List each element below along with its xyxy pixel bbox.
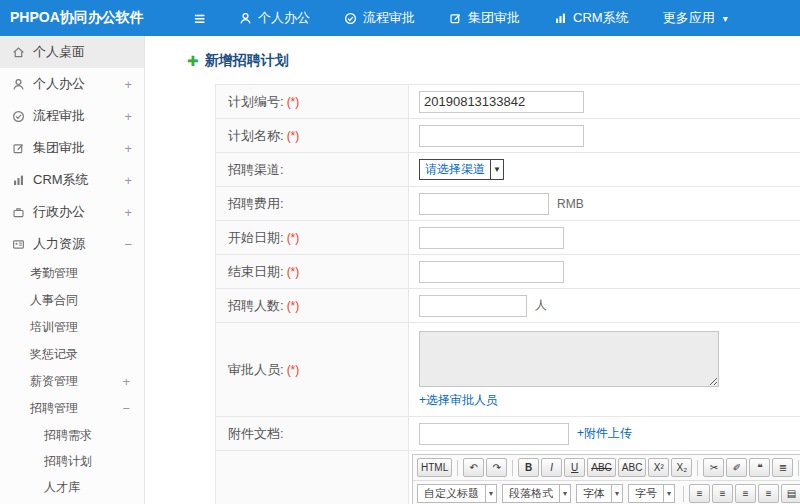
topnav-label: CRM系统 [573,9,629,27]
underline-button[interactable]: U [564,458,585,477]
recruit-plan-form: 计划编号: (*) 计划名称: (*) 招聘渠道: 请选择渠道 [215,84,800,504]
plan-name-input[interactable] [419,125,584,147]
toolbar-separator [683,486,684,502]
list-icon[interactable]: ≣ [772,458,793,477]
paragraph-select-value: 段落格式 [503,485,559,502]
format-brush-icon[interactable]: ✐ [726,458,747,477]
spellcheck-button[interactable]: ABC [618,458,647,477]
sidebar-item-training[interactable]: 培训管理 [0,314,144,341]
sidebar-item-group-approval[interactable]: 集团审批 + [0,132,144,164]
collapse-toggle[interactable]: − [122,401,130,416]
topnav-label: 更多应用 [663,9,715,27]
form-row-plan-no: 计划编号: (*) [216,85,800,119]
sidebar-subitem-label: 招聘需求 [44,427,92,444]
end-date-input[interactable] [419,261,564,283]
page-title-text: 新增招聘计划 [205,52,289,70]
expand-toggle[interactable]: + [122,374,130,389]
sidebar-item-attendance[interactable]: 考勤管理 [0,260,144,287]
required-mark: (*) [287,95,300,109]
font-family-select-value: 字体 [577,485,611,502]
plan-number-input[interactable] [419,91,584,113]
sidebar-item-workflow-approval[interactable]: 流程审批 + [0,100,144,132]
expand-toggle[interactable]: + [124,77,132,92]
channel-select-value: 请选择渠道 [420,160,490,179]
sidebar-item-label: CRM系统 [33,171,89,189]
form-row-approver: 审批人员: (*) +选择审批人员 [216,323,800,417]
topnav-label: 个人办公 [258,9,310,27]
expand-toggle[interactable]: + [124,205,132,220]
collapse-toggle[interactable]: − [124,237,132,252]
check-circle-icon [12,110,25,123]
align-left-button[interactable]: ≡ [689,484,710,503]
sidebar-subitem-label: 考勤管理 [30,265,78,282]
sidebar-item-recruit-plan[interactable]: 招聘计划 [0,448,144,474]
blockquote-icon[interactable]: ❝ [749,458,770,477]
sidebar-item-crm[interactable]: CRM系统 + [0,164,144,196]
sidebar-subitem-label: 招聘管理 [30,400,78,417]
attachment-input[interactable] [419,423,569,445]
expand-toggle[interactable]: + [124,141,132,156]
font-size-select[interactable]: 字号 ▾ [628,484,675,503]
approver-textarea[interactable] [419,331,719,387]
align-right-button[interactable]: ≡ [735,484,756,503]
align-justify-button[interactable]: ≡ [758,484,779,503]
attachment-upload-link[interactable]: +附件上传 [577,425,632,442]
topnav-label: 集团审批 [468,9,520,27]
fee-input[interactable] [419,193,549,215]
expand-toggle[interactable]: + [124,109,132,124]
hamburger-menu-icon[interactable]: ≡ [194,9,205,28]
paragraph-format-select[interactable]: 段落格式 ▾ [502,484,571,503]
sidebar-item-hr[interactable]: 人力资源 − [0,228,144,260]
expand-toggle[interactable]: + [124,173,132,188]
cut-icon[interactable]: ✂ [703,458,724,477]
dropdown-arrow-icon: ▾ [611,485,622,502]
topbar: PHPOA协同办公软件 ≡ 个人办公 流程审批 集团审批 CRM系统 [0,0,800,36]
select-approver-link[interactable]: +选择审批人员 [419,392,498,409]
heading-select[interactable]: 自定义标题 ▾ [417,484,497,503]
bar-chart-icon [12,174,25,187]
font-family-select[interactable]: 字体 ▾ [576,484,623,503]
html-source-button[interactable]: HTML [417,458,452,477]
italic-button[interactable]: I [541,458,562,477]
sidebar-item-recruit-demand[interactable]: 招聘需求 [0,422,144,448]
sidebar-item-recruitment[interactable]: 招聘管理 − [0,395,144,422]
topnav-crm-system[interactable]: CRM系统 [554,9,629,27]
sidebar-subitem-label: 人事合同 [30,292,78,309]
form-row-headcount: 招聘人数: (*) 人 [216,289,800,323]
subscript-button[interactable]: X₂ [671,458,692,477]
required-mark: (*) [287,231,300,245]
undo-icon[interactable]: ↶ [463,458,484,477]
superscript-button[interactable]: X² [648,458,669,477]
sidebar-item-personal-office[interactable]: 个人办公 + [0,68,144,100]
sidebar-item-salary[interactable]: 薪资管理 + [0,368,144,395]
indent-button[interactable]: ▤ [781,484,800,503]
topnav-workflow-approval[interactable]: 流程审批 [344,9,415,27]
sidebar-item-hr-contract[interactable]: 人事合同 [0,287,144,314]
field-label: 招聘人数: [228,297,284,315]
bold-button[interactable]: B [518,458,539,477]
topnav-more-apps[interactable]: 更多应用 ▾ [663,9,728,27]
field-label: 结束日期: [228,263,284,281]
form-row-fee: 招聘费用: RMB [216,187,800,221]
editor-toolbar-2: 自定义标题 ▾ 段落格式 ▾ 字体 ▾ 字号 ▾ [413,481,800,504]
sidebar-subitem-label: 奖惩记录 [30,346,78,363]
topnav-group-approval[interactable]: 集团审批 [449,9,520,27]
headcount-unit-label: 人 [535,297,547,314]
sidebar-item-rewards[interactable]: 奖惩记录 [0,341,144,368]
start-date-input[interactable] [419,227,564,249]
app-brand: PHPOA协同办公软件 [0,9,152,27]
field-label: 附件文档: [228,425,284,443]
align-center-button[interactable]: ≡ [712,484,733,503]
user-icon [239,12,252,25]
headcount-input[interactable] [419,295,527,317]
sidebar: 个人桌面 个人办公 + 流程审批 + 集团审批 + CRM系统 + 行政办公 + [0,36,145,504]
sidebar-item-admin-office[interactable]: 行政办公 + [0,196,144,228]
channel-select[interactable]: 请选择渠道 ▼ [419,159,504,180]
editor-toolbar-1: HTML ↶ ↷ B I U ABC ABC X² X₂ ✂ [413,455,800,481]
strikethrough-button[interactable]: ABC [587,458,616,477]
sidebar-item-talent-pool[interactable]: 人才库 [0,474,144,500]
topnav-personal-office[interactable]: 个人办公 [239,9,310,27]
sidebar-item-desktop[interactable]: 个人桌面 [0,36,144,68]
form-row-plan-name: 计划名称: (*) [216,119,800,153]
redo-icon[interactable]: ↷ [486,458,507,477]
